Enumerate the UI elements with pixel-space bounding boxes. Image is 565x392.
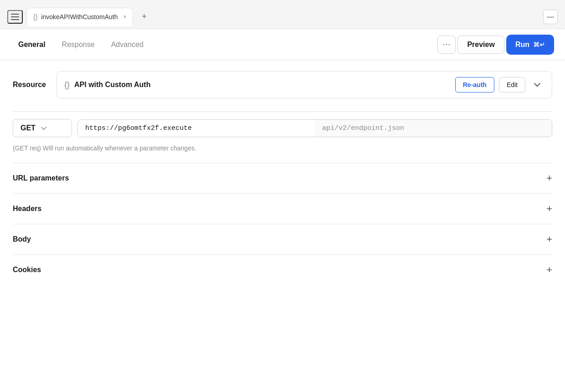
hamburger-line-2 bbox=[11, 16, 19, 17]
hamburger-line-1 bbox=[11, 14, 19, 15]
cookies-title: Cookies bbox=[13, 266, 41, 274]
run-shortcut-text: ⌘↵ bbox=[533, 41, 545, 48]
resource-label: Resource bbox=[13, 81, 49, 89]
resource-name: API with Custom Auth bbox=[74, 81, 451, 89]
headers-section: Headers + bbox=[13, 193, 552, 224]
cookies-add-icon[interactable]: + bbox=[546, 264, 552, 276]
url-base-input[interactable] bbox=[78, 120, 315, 137]
body-header[interactable]: Body + bbox=[13, 224, 552, 254]
tab-response[interactable]: Response bbox=[55, 37, 102, 52]
minimize-button[interactable]: — bbox=[543, 10, 558, 24]
preview-button[interactable]: Preview bbox=[457, 36, 504, 54]
resource-row: Resource {} API with Custom Auth Re-auth… bbox=[13, 71, 552, 98]
edit-button[interactable]: Edit bbox=[499, 77, 525, 93]
method-label: GET bbox=[21, 124, 36, 132]
cookies-section: Cookies + bbox=[13, 254, 552, 285]
new-tab-button[interactable]: + bbox=[137, 10, 151, 24]
more-options-button[interactable]: ··· bbox=[437, 36, 456, 54]
tab-bar: {} invokeAPIWithCustomAuth × + — bbox=[0, 0, 565, 29]
headers-add-icon[interactable]: + bbox=[546, 203, 552, 215]
body-section: Body + bbox=[13, 224, 552, 254]
url-parameters-header[interactable]: URL parameters + bbox=[13, 163, 552, 193]
resource-type-icon: {} bbox=[64, 80, 70, 90]
body-title: Body bbox=[13, 235, 31, 243]
active-tab[interactable]: {} invokeAPIWithCustomAuth × bbox=[26, 8, 133, 26]
run-label: Run bbox=[515, 41, 529, 49]
main-content: Resource {} API with Custom Auth Re-auth… bbox=[0, 60, 565, 296]
url-path-input[interactable] bbox=[315, 120, 552, 137]
reauth-button[interactable]: Re-auth bbox=[455, 77, 494, 93]
tab-general[interactable]: General bbox=[11, 37, 53, 52]
tab-close-button[interactable]: × bbox=[123, 14, 126, 20]
hamburger-line-3 bbox=[11, 19, 19, 20]
hamburger-button[interactable] bbox=[7, 10, 23, 24]
url-parameters-title: URL parameters bbox=[13, 174, 69, 182]
tab-icon: {} bbox=[33, 13, 37, 21]
url-row: GET bbox=[13, 119, 552, 137]
auto-run-note: (GET req) Will run automatically wheneve… bbox=[13, 144, 552, 152]
url-input-container bbox=[77, 119, 552, 137]
divider-1 bbox=[13, 111, 552, 112]
method-selector[interactable]: GET bbox=[13, 119, 72, 137]
tab-title: invokeAPIWithCustomAuth bbox=[41, 13, 118, 21]
headers-title: Headers bbox=[13, 205, 41, 213]
run-button[interactable]: Run ⌘↵ bbox=[506, 35, 554, 55]
method-chevron-icon bbox=[41, 125, 46, 131]
resource-chevron-icon[interactable] bbox=[530, 77, 544, 92]
url-parameters-section: URL parameters + bbox=[13, 163, 552, 193]
cookies-header[interactable]: Cookies + bbox=[13, 255, 552, 285]
run-shortcut: ⌘↵ bbox=[533, 41, 545, 48]
tab-advanced[interactable]: Advanced bbox=[104, 37, 151, 52]
resource-selector[interactable]: {} API with Custom Auth Re-auth Edit bbox=[56, 71, 552, 98]
headers-header[interactable]: Headers + bbox=[13, 194, 552, 224]
body-add-icon[interactable]: + bbox=[546, 233, 552, 245]
toolbar: General Response Advanced ··· Preview Ru… bbox=[0, 29, 565, 60]
url-parameters-add-icon[interactable]: + bbox=[546, 172, 552, 184]
